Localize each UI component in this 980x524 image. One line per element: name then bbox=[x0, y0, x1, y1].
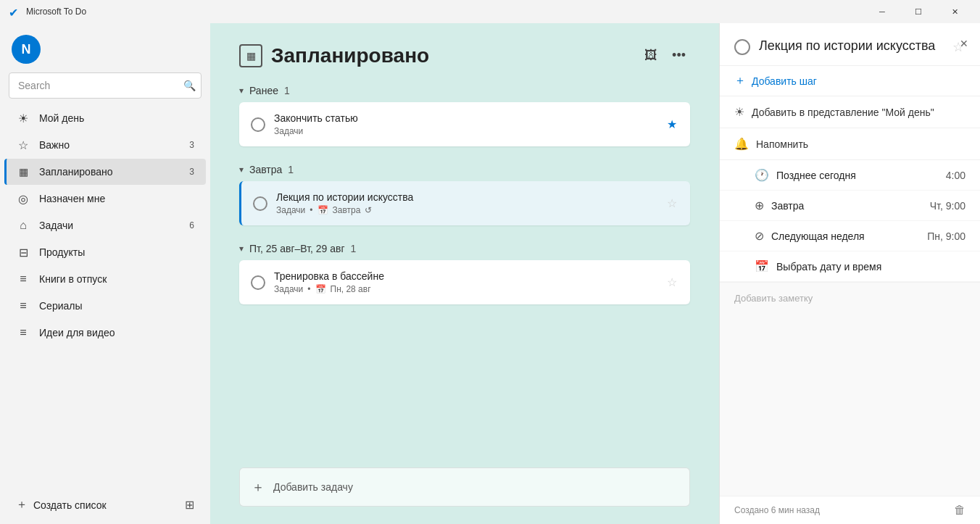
week-group-count: 1 bbox=[351, 243, 357, 254]
create-list-button[interactable]: ＋ Создать список ⊞ bbox=[4, 491, 206, 518]
detail-myday[interactable]: ☀ Добавить в представление "Мой день" bbox=[720, 96, 980, 128]
tomorrow-reminder-label: Завтра bbox=[771, 200, 923, 212]
detail-add-step[interactable]: ＋ Добавить шаг bbox=[720, 65, 980, 96]
nav-list: ☀ Мой день ☆ Важно 3 ▦ Запланировано 3 ◎… bbox=[0, 104, 210, 491]
search-icon-button[interactable]: 🔍 bbox=[183, 80, 196, 91]
sidebar-item-books[interactable]: ≡ Книги в отпуск bbox=[4, 266, 206, 292]
task-date-lecture: Завтра bbox=[333, 205, 361, 215]
task-info-lecture: Лекция по истории искусства Задачи • 📅 З… bbox=[276, 191, 657, 215]
task-checkbox-pool[interactable] bbox=[251, 275, 265, 290]
task-group-earlier-header[interactable]: ▾ Ранее 1 bbox=[239, 79, 690, 102]
maximize-button[interactable]: ☐ bbox=[902, 0, 935, 23]
avatar[interactable]: N bbox=[12, 35, 41, 64]
reminder-option-tomorrow[interactable]: ⊕ Завтра Чт, 9:00 bbox=[720, 191, 980, 221]
task-group-week: ▾ Пт, 25 авг–Вт, 29 авг 1 Тренировка в б… bbox=[239, 237, 690, 304]
sidebar-item-planned-label: Запланировано bbox=[39, 166, 189, 178]
add-task-plus-icon: ＋ bbox=[252, 478, 265, 496]
sidebar-item-products[interactable]: ⊟ Продукты bbox=[4, 239, 206, 265]
close-button[interactable]: ✕ bbox=[938, 0, 971, 23]
tasks-container: ▾ Ранее 1 Закончить статью Задачи ★ bbox=[210, 79, 719, 462]
task-card-lecture[interactable]: Лекция по истории искусства Задачи • 📅 З… bbox=[239, 181, 690, 225]
sidebar-item-planned[interactable]: ▦ Запланировано 3 bbox=[4, 159, 206, 185]
sidebar-item-serials[interactable]: ≡ Сериалы bbox=[4, 293, 206, 319]
myday-icon: ☀ bbox=[16, 111, 30, 125]
sidebar-item-tasks[interactable]: ⌂ Задачи 6 bbox=[4, 212, 206, 238]
tasks-icon: ⌂ bbox=[16, 218, 30, 233]
reminder-dropdown: 🕐 Позднее сегодня 4:00 ⊕ Завтра Чт, 9:00… bbox=[720, 159, 980, 282]
sidebar-item-important[interactable]: ☆ Важно 3 bbox=[4, 132, 206, 158]
sidebar-item-myday-label: Мой день bbox=[39, 112, 194, 124]
reminder-bell-icon: 🔔 bbox=[734, 137, 749, 151]
task-title-lecture: Лекция по истории искусства bbox=[276, 191, 657, 203]
background-icon-button[interactable]: 🖼 bbox=[640, 43, 662, 67]
main-header: ▦ Запланировано 🖼 ••• bbox=[210, 23, 719, 79]
task-group-week-header[interactable]: ▾ Пт, 25 авг–Вт, 29 авг 1 bbox=[239, 237, 690, 260]
task-list-name-lecture: Задачи bbox=[276, 205, 305, 215]
calendar-custom-icon: 📅 bbox=[755, 259, 769, 273]
dot-sep-pool: • bbox=[307, 284, 310, 294]
planned-icon: ▦ bbox=[16, 165, 30, 179]
delete-task-button[interactable]: 🗑 bbox=[954, 504, 966, 517]
later-today-label: Позднее сегодня bbox=[776, 170, 939, 181]
task-group-tomorrow-header[interactable]: ▾ Завтра 1 bbox=[239, 158, 690, 181]
serials-icon: ≡ bbox=[16, 299, 30, 313]
titlebar-controls: ─ ☐ ✕ bbox=[865, 0, 971, 23]
task-star-pool[interactable]: ☆ bbox=[665, 274, 678, 291]
important-badge: 3 bbox=[189, 140, 194, 150]
sidebar-item-books-label: Книги в отпуск bbox=[39, 273, 194, 285]
planned-badge: 3 bbox=[189, 167, 194, 177]
clock-icon-later: 🕐 bbox=[755, 168, 769, 182]
task-info-pool: Тренировка в бассейне Задачи • 📅 Пн, 28 … bbox=[274, 270, 657, 294]
detail-header: Лекция по истории искусства ☆ bbox=[720, 23, 980, 65]
main-content: ▦ Запланировано 🖼 ••• ▾ Ранее 1 Закончит… bbox=[210, 23, 719, 524]
task-card-finish-article[interactable]: Закончить статью Задачи ★ bbox=[239, 102, 690, 146]
calendar-icon: 📅 bbox=[317, 205, 328, 215]
sidebar-item-myday[interactable]: ☀ Мой день bbox=[4, 105, 206, 131]
task-star-lecture[interactable]: ☆ bbox=[665, 195, 678, 212]
more-options-button[interactable]: ••• bbox=[668, 43, 690, 67]
sidebar: N 🔍 ☀ Мой день ☆ Важно 3 ▦ Запланировано… bbox=[0, 23, 210, 524]
search-bar: 🔍 bbox=[9, 72, 202, 99]
task-group-earlier: ▾ Ранее 1 Закончить статью Задачи ★ bbox=[239, 79, 690, 146]
chevron-down-icon: ▾ bbox=[239, 86, 244, 96]
minimize-button[interactable]: ─ bbox=[865, 0, 899, 23]
next-week-label: Следующая неделя bbox=[771, 230, 920, 242]
clock-icon-tomorrow: ⊕ bbox=[755, 199, 764, 212]
custom-datetime-label: Выбрать дату и время bbox=[776, 261, 958, 273]
task-card-pool[interactable]: Тренировка в бассейне Задачи • 📅 Пн, 28 … bbox=[239, 260, 690, 304]
chevron-down-icon-tomorrow: ▾ bbox=[239, 165, 244, 175]
add-step-label: Добавить шаг bbox=[752, 75, 817, 87]
tomorrow-group-count: 1 bbox=[288, 164, 294, 175]
titlebar-left: ✔ Microsoft To Do bbox=[9, 6, 86, 17]
app-container: N 🔍 ☀ Мой день ☆ Важно 3 ▦ Запланировано… bbox=[0, 23, 980, 524]
detail-reminder[interactable]: 🔔 Напомнить bbox=[720, 128, 980, 159]
next-week-time: Пн, 9:00 bbox=[927, 230, 966, 242]
add-task-label: Добавить задачу bbox=[273, 481, 353, 493]
reminder-option-later-today[interactable]: 🕐 Позднее сегодня 4:00 bbox=[720, 160, 980, 191]
sidebar-item-ideas-label: Идеи для видео bbox=[39, 327, 194, 338]
reminder-label: Напомнить bbox=[756, 138, 808, 150]
task-checkbox-lecture[interactable] bbox=[253, 196, 267, 211]
tomorrow-group-label: Завтра bbox=[249, 164, 282, 175]
reminder-option-custom[interactable]: 📅 Выбрать дату и время bbox=[720, 251, 980, 282]
sidebar-item-assigned[interactable]: ◎ Назначен мне bbox=[4, 186, 206, 212]
detail-task-checkbox[interactable] bbox=[734, 39, 750, 55]
task-star-finish-article[interactable]: ★ bbox=[665, 116, 678, 133]
reminder-option-next-week[interactable]: ⊘ Следующая неделя Пн, 9:00 bbox=[720, 221, 980, 251]
chevron-down-icon-week: ▾ bbox=[239, 244, 244, 254]
add-task-bar[interactable]: ＋ Добавить задачу bbox=[239, 467, 690, 507]
detail-task-title: Лекция по истории искусства bbox=[759, 38, 942, 54]
myday-detail-text: Добавить в представление "Мой день" bbox=[752, 107, 934, 118]
task-checkbox-finish-article[interactable] bbox=[251, 117, 265, 132]
tomorrow-reminder-time: Чт, 9:00 bbox=[930, 200, 966, 212]
important-icon: ☆ bbox=[16, 138, 30, 152]
detail-close-button[interactable]: ✕ bbox=[960, 38, 968, 49]
search-input[interactable] bbox=[9, 72, 202, 99]
notes-placeholder: Добавить заметку bbox=[734, 293, 813, 304]
task-meta-pool: Задачи • 📅 Пн, 28 авг bbox=[274, 284, 657, 294]
sidebar-item-ideas[interactable]: ≡ Идеи для видео bbox=[4, 320, 206, 346]
clock-icon-next-week: ⊘ bbox=[755, 229, 764, 243]
task-date-pool: Пн, 28 авг bbox=[331, 284, 371, 294]
detail-notes-area[interactable]: Добавить заметку bbox=[720, 282, 980, 496]
sidebar-item-tasks-label: Задачи bbox=[39, 220, 189, 231]
